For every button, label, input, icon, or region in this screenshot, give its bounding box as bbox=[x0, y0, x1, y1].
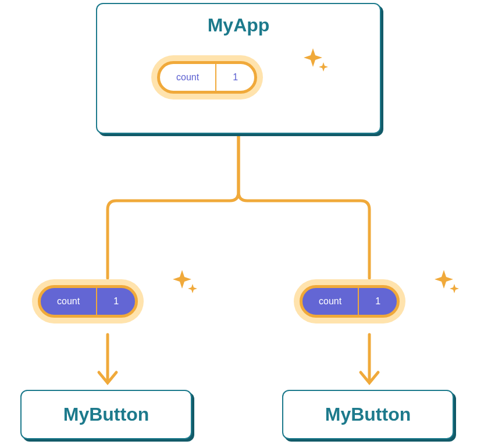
sparkle-icon bbox=[172, 269, 200, 297]
state-value: 1 bbox=[216, 64, 254, 91]
child-title: MyButton bbox=[325, 404, 411, 425]
child-component-box: MyButton bbox=[282, 390, 454, 439]
prop-label: count bbox=[41, 288, 96, 315]
prop-value: 1 bbox=[97, 288, 135, 315]
diagram-canvas: { "parent": { "title": "MyApp", "state":… bbox=[0, 0, 477, 448]
child-prop-pill: count 1 bbox=[32, 279, 144, 323]
state-label: count bbox=[160, 64, 215, 91]
child-title: MyButton bbox=[63, 404, 149, 425]
child-prop-pill: count 1 bbox=[294, 279, 405, 323]
prop-label: count bbox=[302, 288, 358, 315]
parent-state-pill: count 1 bbox=[151, 55, 263, 99]
sparkle-icon bbox=[302, 47, 330, 75]
prop-value: 1 bbox=[359, 288, 397, 315]
parent-title: MyApp bbox=[208, 15, 270, 36]
child-component-box: MyButton bbox=[20, 390, 192, 439]
sparkle-icon bbox=[433, 269, 461, 297]
